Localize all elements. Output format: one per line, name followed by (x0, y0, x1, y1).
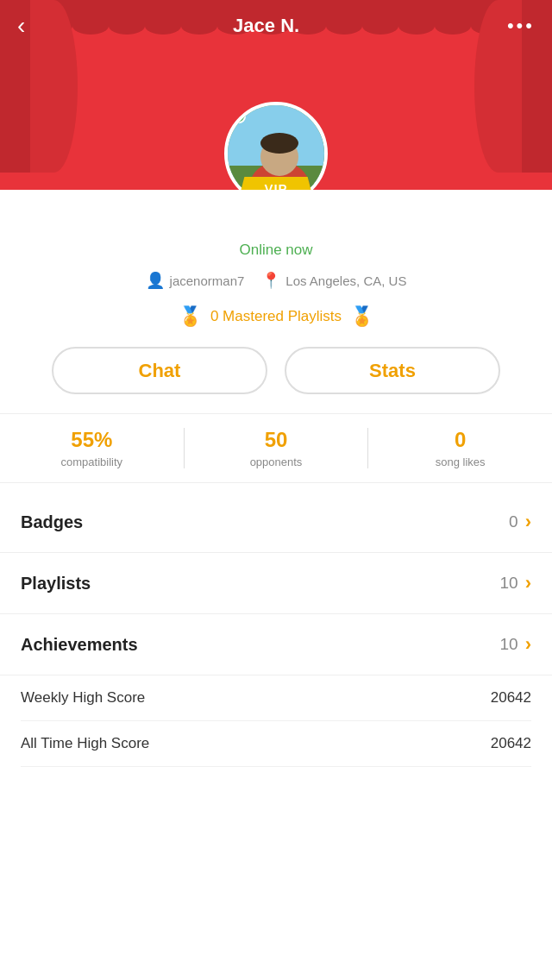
opponents-value: 50 (265, 428, 288, 452)
playlists-right: 10 › (500, 572, 531, 594)
achievements-right: 10 › (500, 633, 531, 656)
stats-row: 55% compatibility 50 opponents 0 song li… (0, 413, 552, 483)
location: Los Angeles, CA, US (285, 273, 406, 288)
alltime-score-value: 20642 (491, 735, 531, 752)
chat-button[interactable]: Chat (52, 347, 267, 394)
top-bar: ‹ Jace N. ••• (0, 0, 552, 52)
badges-label: Badges (21, 512, 83, 532)
playlists-label: Playlists (21, 574, 91, 594)
weekly-score-label: Weekly High Score (21, 689, 145, 707)
username: jacenorman7 (170, 273, 245, 288)
playlists-chevron-icon: › (525, 572, 531, 594)
score-section: Weekly High Score 20642 All Time High Sc… (0, 675, 552, 767)
username-item: 👤 jacenorman7 (146, 271, 245, 290)
location-icon: 📍 (261, 271, 280, 290)
achievements-count: 10 (500, 635, 518, 654)
achievements-row[interactable]: Achievements 10 › (0, 614, 552, 675)
opponents-label: opponents (250, 455, 303, 468)
opponents-stat: 50 opponents (184, 428, 368, 468)
stats-button[interactable]: Stats (285, 347, 500, 394)
achievements-chevron-icon: › (525, 633, 531, 656)
vip-badge: VIP (238, 177, 313, 190)
back-button[interactable]: ‹ (17, 12, 25, 40)
badges-chevron-icon: › (525, 511, 531, 533)
svg-point-4 (260, 133, 298, 154)
more-button[interactable]: ••• (507, 15, 535, 37)
online-indicator (232, 110, 246, 123)
laurel-left-icon: 🏅 (179, 305, 202, 328)
user-meta: 👤 jacenorman7 📍 Los Angeles, CA, US (146, 271, 407, 290)
alltime-high-score-row: All Time High Score 20642 (21, 721, 531, 767)
mastered-playlists-label: 0 Mastered Playlists (210, 308, 342, 325)
mastered-playlists-row: 🏅 0 Mastered Playlists 🏅 (179, 305, 373, 328)
avatar (224, 102, 328, 190)
action-buttons: Chat Stats (0, 347, 552, 394)
laurel-right-icon: 🏅 (350, 305, 373, 328)
list-section: Badges 0 › Playlists 10 › Achievements 1… (0, 492, 552, 675)
header-area: ‹ Jace N. ••• (0, 0, 552, 190)
playlists-row[interactable]: Playlists 10 › (0, 553, 552, 614)
badges-count: 0 (509, 512, 518, 531)
profile-info: Online now 👤 jacenorman7 📍 Los Angeles, … (0, 190, 552, 492)
alltime-score-label: All Time High Score (21, 735, 149, 752)
weekly-high-score-row: Weekly High Score 20642 (21, 675, 531, 721)
weekly-score-value: 20642 (491, 689, 531, 707)
compatibility-stat: 55% compatibility (0, 428, 184, 468)
song-likes-stat: 0 song likes (367, 428, 552, 468)
page-title: Jace N. (233, 15, 299, 37)
compatibility-value: 55% (71, 428, 112, 452)
badges-right: 0 › (509, 511, 531, 533)
online-status: Online now (239, 242, 312, 259)
avatar-container: VIP (224, 102, 328, 190)
compatibility-label: compatibility (61, 455, 123, 468)
song-likes-value: 0 (455, 428, 466, 452)
playlists-count: 10 (500, 574, 518, 593)
song-likes-label: song likes (436, 455, 486, 468)
badges-row[interactable]: Badges 0 › (0, 492, 552, 553)
location-item: 📍 Los Angeles, CA, US (261, 271, 406, 290)
achievements-label: Achievements (21, 635, 138, 655)
user-icon: 👤 (146, 271, 165, 290)
